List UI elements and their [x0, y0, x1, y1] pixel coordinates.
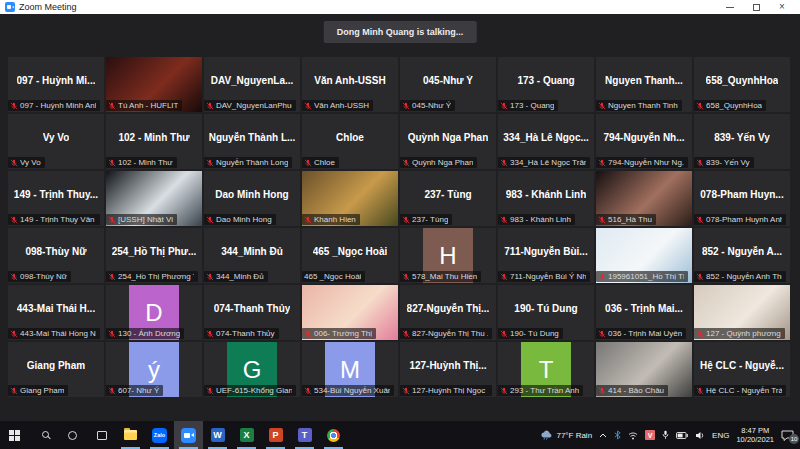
participant-tile[interactable]: M 534-Bùi Nguyễn Xuân...	[302, 342, 398, 397]
participant-label-text: 293 - Thư Trần Anh	[510, 386, 579, 395]
participant-tile[interactable]: 006- Trường Thị	[302, 285, 398, 340]
participant-tile[interactable]: 127 - Quỳnh phương	[694, 285, 790, 340]
participant-tile[interactable]: Nguyen Thanh... Nguyen Thanh Tinh	[596, 57, 692, 112]
chrome-icon[interactable]	[319, 421, 348, 449]
participant-tile[interactable]: Tú Anh - HUFLIT	[106, 57, 202, 112]
participant-tile[interactable]: 827-Nguyễn Thị... 827-Nguyễn Thị Thu ...	[400, 285, 496, 340]
participant-label: 097 - Huỳnh Minh Anh	[8, 100, 100, 111]
participant-tile[interactable]: 074-Thanh Thủy 074-Thanh Thủy	[204, 285, 300, 340]
participant-tile[interactable]: 045-Như Ý 045-Như Ý	[400, 57, 496, 112]
participant-tile[interactable]: 195961051_Hồ Thị Th...	[596, 228, 692, 283]
start-button[interactable]	[0, 421, 29, 449]
antivirus-tray-icon[interactable]: V	[645, 430, 655, 440]
weather-text: 77°F Rain	[556, 431, 592, 440]
weather-widget[interactable]: 77°F Rain	[540, 430, 592, 440]
minimize-button[interactable]	[725, 2, 735, 12]
participant-tile[interactable]: Khanh Hien	[302, 171, 398, 226]
task-view-button[interactable]	[87, 421, 116, 449]
participant-tile[interactable]: 658_QuynhHoa 658_QuynhHoa	[694, 57, 790, 112]
muted-mic-icon	[10, 216, 18, 224]
participant-tile[interactable]: 852 - Nguyễn A... 852 - Nguyễn Anh Thư	[694, 228, 790, 283]
word-icon[interactable]: W	[203, 421, 232, 449]
muted-mic-icon	[108, 159, 116, 167]
participant-tile[interactable]: 173 - Quang 173 - Quang	[498, 57, 594, 112]
participant-tile[interactable]: 149 - Trịnh Thuy... 149 - Trịnh Thụy Vân…	[8, 171, 104, 226]
participant-tile[interactable]: 334_Hà Lê Ngọc... 334_Hà Lê Ngọc Trâm	[498, 114, 594, 169]
participant-tile[interactable]: T 293 - Thư Trần Anh	[498, 342, 594, 397]
participant-label-text: UEF-615-Khổng Giang	[216, 386, 292, 395]
participant-tile[interactable]: 097 - Huỳnh Mi... 097 - Huỳnh Minh Anh	[8, 57, 104, 112]
network-tray-icon[interactable]	[628, 431, 638, 440]
muted-mic-icon	[304, 216, 312, 224]
participant-tile[interactable]: 102 - Minh Thư 102 - Minh Thư	[106, 114, 202, 169]
participant-label: Giang Pham	[8, 385, 68, 396]
participant-display-name: 190- Tú Dung	[514, 303, 577, 314]
zoom-app-icon[interactable]	[174, 421, 203, 449]
participant-tile[interactable]: 078-Pham Huyn... 078-Pham Huynh Anh...	[694, 171, 790, 226]
participant-tile[interactable]: 254_Hồ Thị Phư... 254_Hồ Thị Phương T...	[106, 228, 202, 283]
participant-label: Văn Anh-USSH	[302, 100, 373, 111]
participant-tile[interactable]: G UEF-615-Khổng Giang	[204, 342, 300, 397]
participant-tile[interactable]: H 578_Mai Thu Hiền	[400, 228, 496, 283]
rain-cloud-icon	[540, 430, 553, 440]
participant-tile[interactable]: 983 - Khánh Linh 983 - Khánh Linh	[498, 171, 594, 226]
participant-tile[interactable]: 516_Hà Thu	[596, 171, 692, 226]
participant-tile[interactable]: 098-Thùy Nữ 098-Thùy Nữ	[8, 228, 104, 283]
file-explorer-icon[interactable]	[116, 421, 145, 449]
participant-tile[interactable]: 414 - Bảo Châu	[596, 342, 692, 397]
participant-tile[interactable]: Nguyễn Thành L... Nguyễn Thành Long	[204, 114, 300, 169]
search-button[interactable]	[29, 421, 58, 449]
word-icon: W	[211, 428, 225, 442]
powerpoint-icon[interactable]: P	[261, 421, 290, 449]
cortana-button[interactable]	[58, 421, 87, 449]
participant-tile[interactable]: Văn Anh-USSH Văn Anh-USSH	[302, 57, 398, 112]
participant-tile[interactable]: Chloe Chloe	[302, 114, 398, 169]
muted-mic-icon	[402, 216, 410, 224]
excel-icon[interactable]: X	[232, 421, 261, 449]
participant-tile[interactable]: 711-Nguyễn Bùi... 711-Nguyễn Bùi Ý Nhi	[498, 228, 594, 283]
participant-label-text: Chloe	[314, 158, 335, 167]
active-speaker-banner: Dong Minh Quang is talking...	[324, 21, 477, 43]
notification-count-badge: 10	[789, 434, 799, 444]
participant-label: 607- Như Ý	[106, 385, 163, 396]
participant-label-text: [USSH] Nhật Vi	[118, 215, 173, 224]
teams-icon[interactable]: T	[290, 421, 319, 449]
participant-tile[interactable]: Hệ CLC - Nguyễ... Hệ CLC - Nguyễn Trà...	[694, 342, 790, 397]
participant-tile[interactable]: 127-Huỳnh Thị... 127-Huỳnh Thị Ngọc ...	[400, 342, 496, 397]
muted-mic-icon	[696, 159, 704, 167]
taskbar-clock[interactable]: 8:47 PM 10/20/2021	[736, 426, 774, 444]
action-center-button[interactable]: 10	[781, 429, 795, 441]
microphone-tray-icon[interactable]	[662, 430, 669, 440]
volume-tray-icon[interactable]	[695, 431, 705, 440]
participant-display-name: Quỳnh Nga Phan	[408, 132, 489, 143]
zalo-icon: Zalo	[152, 428, 167, 443]
participant-label-text: 149 - Trịnh Thụy Vân ...	[20, 215, 96, 224]
maximize-button[interactable]	[751, 2, 761, 12]
language-indicator[interactable]: ENG	[712, 431, 729, 440]
muted-mic-icon	[10, 330, 18, 338]
close-button[interactable]: ×	[777, 2, 787, 12]
participant-tile[interactable]: 794-Nguyễn Nh... 794-Nguyễn Như Ng...	[596, 114, 692, 169]
participant-display-name: 237- Tùng	[424, 189, 471, 200]
participant-tile[interactable]: 443-Mai Thái H... 443-Mai Thái Hồng N...	[8, 285, 104, 340]
participant-tile[interactable]: DAV_NguyenLa... DAV_NguyenLanPhuo...	[204, 57, 300, 112]
participant-tile[interactable]: D 130 - Ánh Dương	[106, 285, 202, 340]
participant-tile[interactable]: Dao Minh Hong Dao Minh Hong	[204, 171, 300, 226]
participant-tile[interactable]: Giang Pham Giang Pham	[8, 342, 104, 397]
participant-tile[interactable]: 036 - Trịnh Mai... 036 - Trịnh Mai Uyên	[596, 285, 692, 340]
excel-icon: X	[240, 428, 254, 442]
participant-tile[interactable]: 344_Minh Đủ 344_Minh Đủ	[204, 228, 300, 283]
battery-tray-icon[interactable]	[676, 432, 688, 439]
participant-tile[interactable]: [USSH] Nhật Vi	[106, 171, 202, 226]
bluetooth-tray-icon[interactable]	[614, 430, 621, 440]
participant-tile[interactable]: 237- Tùng 237- Tùng	[400, 171, 496, 226]
participant-tile[interactable]: Vy Vo Vy Vo	[8, 114, 104, 169]
participant-tile[interactable]: 190- Tú Dung 190- Tú Dung	[498, 285, 594, 340]
zalo-icon[interactable]: Zalo	[145, 421, 174, 449]
participant-tile[interactable]: 465 _Ngọc Hoài 465 _Ngọc Hoài	[302, 228, 398, 283]
tray-overflow-chevron[interactable]	[599, 433, 607, 438]
participant-tile[interactable]: 839- Yến Vy 839- Yến Vy	[694, 114, 790, 169]
participant-tile[interactable]: ý 607- Như Ý	[106, 342, 202, 397]
participant-tile[interactable]: Quỳnh Nga Phan Quỳnh Nga Phan	[400, 114, 496, 169]
participant-label: 098-Thùy Nữ	[8, 271, 71, 282]
